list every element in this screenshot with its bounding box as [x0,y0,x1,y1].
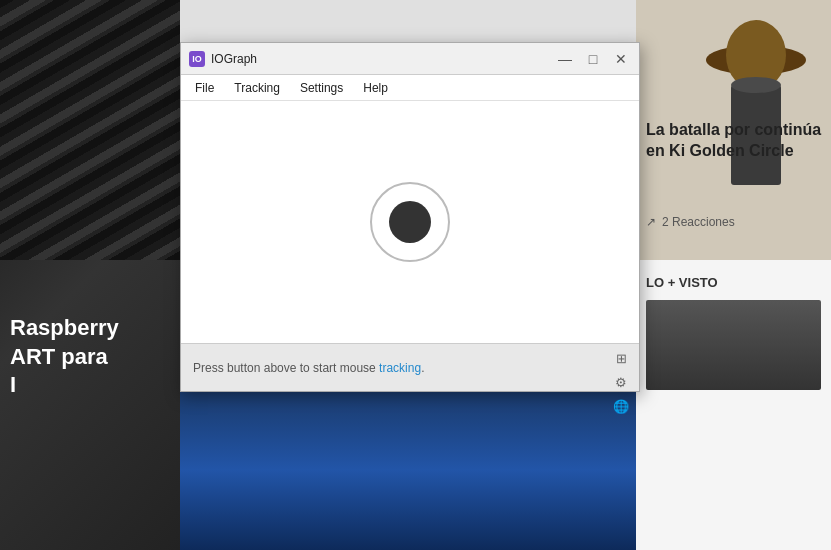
title-bar: IO IOGraph — □ ✕ [181,43,639,75]
minimize-button[interactable]: — [555,49,575,69]
app-icon: IO [189,51,205,67]
maximize-button[interactable]: □ [583,49,603,69]
status-link[interactable]: tracking [379,361,421,375]
status-bar: Press button above to start mouse tracki… [181,343,639,391]
screenshot-icon[interactable]: ⊞ [611,348,631,368]
settings-icon[interactable]: ⚙ [611,372,631,392]
globe-icon[interactable]: 🌐 [611,396,631,416]
close-button[interactable]: ✕ [611,49,631,69]
status-text-after: . [421,361,424,375]
status-text-before: Press button above to start mouse [193,361,379,375]
status-icon-group: ⊞ ⚙ 🌐 [611,348,631,416]
reactions-bar: ↗ 2 Reacciones [646,215,735,229]
background-right: La batalla por continúa en Ki Golden Cir… [636,0,831,550]
coils-image [0,0,180,260]
status-message: Press button above to start mouse tracki… [193,361,424,375]
menu-settings[interactable]: Settings [290,78,353,98]
window-title: IOGraph [211,52,555,66]
svg-point-5 [731,77,781,93]
lo-mas-visto-section: LO + VISTO [636,260,831,550]
background-left: Raspberry ART para I [0,0,180,550]
article-thumbnail [180,390,636,550]
canvas-area [181,101,639,343]
menu-bar: File Tracking Settings Help [181,75,639,101]
lo-mas-visto-label: LO + VISTO [646,275,821,290]
right-article-title: La batalla por continúa en Ki Golden Cir… [646,120,826,162]
lo-mas-visto-thumbnail [646,300,821,390]
menu-file[interactable]: File [185,78,224,98]
menu-tracking[interactable]: Tracking [224,78,290,98]
record-button[interactable] [370,182,450,262]
window-controls: — □ ✕ [555,49,631,69]
menu-help[interactable]: Help [353,78,398,98]
share-icon: ↗ [646,215,656,229]
record-inner-circle [389,201,431,243]
left-article-text: Raspberry ART para I [0,304,129,410]
iograph-window: IO IOGraph — □ ✕ File Tracking Settings … [180,42,640,392]
